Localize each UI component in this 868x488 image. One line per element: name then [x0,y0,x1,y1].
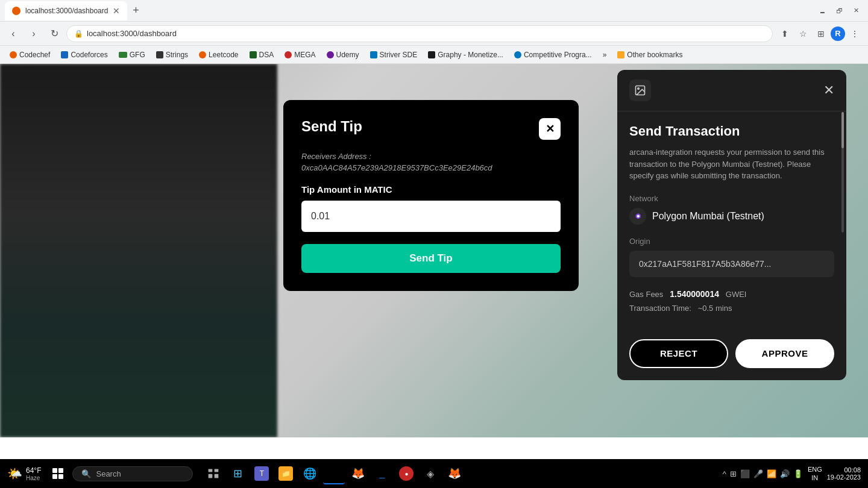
striver-icon [370,51,377,58]
transaction-time-row: Transaction Time: ~0.5 mins [629,304,834,313]
main-content-area: Send Tip ✕ Receivers Address : 0xca0AAC8… [0,64,868,437]
system-tray: ^ ⊞ ⬛ 🎤 📶 🔊 🔋 ENG IN 00:08 19-02-2023 [715,465,868,483]
menu-button[interactable]: ⋮ [846,25,863,42]
bookmark-strings[interactable]: Strings [151,49,193,60]
tray-mic-icon[interactable]: 🎤 [753,469,763,478]
bookmark-competitive[interactable]: Competitive Progra... [509,49,597,60]
speaker-icon[interactable]: 🔊 [780,469,790,478]
bookmark-graphy[interactable]: Graphy - Monetize... [423,49,508,60]
widgets-icon: ⊞ [230,466,245,481]
bookmark-label: Graphy - Monetize... [438,51,503,59]
vscode-button[interactable]: ⎯ [371,463,393,484]
origin-value: 0x217aA1F581F817A5b3A86e77... [629,251,834,277]
panel-body: Send Transaction arcana-integration requ… [617,111,846,339]
bookmark-leetcode[interactable]: Leetcode [194,49,243,60]
chrome-icon: ⊙ [327,466,341,480]
app-button-2[interactable]: ◈ [420,463,441,484]
bookmark-other[interactable]: Other bookmarks [612,49,687,60]
tab-close-button[interactable]: ✕ [113,6,120,16]
reload-button[interactable]: ↻ [46,25,63,42]
transaction-time-value: ~0.5 mins [698,304,732,313]
browser-action-buttons: ⬆ ☆ ⊞ R ⋮ [776,25,863,42]
network-row: Polygon Mumbai (Testnet) [629,208,834,225]
back-button[interactable]: ‹ [5,25,22,42]
bookmark-label: Udemy [336,51,359,59]
task-view-button[interactable] [203,463,224,484]
address-bar: ‹ › ↻ 🔒 localhost:3000/dashboard ⬆ ☆ ⊞ R… [0,22,868,46]
wifi-icon[interactable]: 📶 [767,469,776,478]
bookmark-striver[interactable]: Striver SDE [365,49,423,60]
leetcode-icon [199,51,206,58]
udemy-icon [327,51,334,58]
gas-fees-unit: GWEI [726,290,747,299]
gas-fees-row: Gas Fees 1.540000014 GWEI [629,289,834,299]
url-input[interactable]: 🔒 localhost:3000/dashboard [66,25,773,42]
start-button[interactable] [48,464,68,483]
fox-app-button[interactable]: 🦊 [444,463,465,484]
restore-button[interactable]: 🗗 [832,4,846,18]
bookmark-gfg[interactable]: GFG [114,49,150,60]
modal-close-button[interactable]: ✕ [539,118,561,140]
new-tab-button[interactable]: + [127,2,144,19]
firefox-button[interactable]: 🦊 [347,463,369,484]
edge-button[interactable]: 🌐 [299,463,321,484]
vscode-icon: ⎯ [375,466,389,481]
taskbar-search[interactable]: 🔍 Search [72,466,193,481]
teams-button[interactable]: T [251,463,272,484]
strings-icon [156,51,163,58]
svg-rect-6 [215,474,219,478]
receivers-address-label: Receivers Address : [301,152,561,161]
bookmark-more[interactable]: » [598,49,612,60]
temperature: 64°F [26,466,41,475]
network-name: Polygon Mumbai (Testnet) [652,211,764,222]
bookmark-codechef[interactable]: Codechef [5,49,55,60]
share-button[interactable]: ⬆ [776,25,793,42]
bookmark-codeforces[interactable]: Codeforces [56,49,112,60]
file-explorer-button[interactable]: 📁 [275,463,297,484]
svg-point-1 [638,88,640,90]
browser-title-bar: localhost:3000/dashboard ✕ + 🗕 🗗 ✕ [0,0,868,22]
approve-button[interactable]: APPROVE [735,339,834,368]
forward-button[interactable]: › [25,25,42,42]
tip-amount-input[interactable] [301,201,561,232]
bookmark-label: Codechef [19,51,50,59]
tray-network-icon[interactable]: ⊞ [730,469,737,478]
graphy-icon [428,51,435,58]
clock[interactable]: 00:08 19-02-2023 [827,466,861,481]
widgets-button[interactable]: ⊞ [227,463,248,484]
language-region: IN [808,474,822,482]
url-text: localhost:3000/dashboard [87,29,177,38]
app-icon-1: ● [399,466,414,481]
extensions-button[interactable]: ⊞ [813,25,829,42]
tip-amount-label: Tip Amount in MATIC [301,184,561,195]
bookmark-udemy[interactable]: Udemy [322,49,364,60]
close-window-button[interactable]: ✕ [849,4,863,18]
tray-chevron-icon[interactable]: ^ [723,469,726,478]
profile-button[interactable]: R [831,27,845,41]
reject-button[interactable]: REJECT [629,339,728,368]
panel-scrollbar[interactable] [841,112,844,233]
dsa-icon [250,51,257,58]
app-button-1[interactable]: ● [395,463,417,484]
panel-close-button[interactable]: ✕ [823,83,834,98]
chrome-button[interactable]: ⊙ [323,463,345,484]
minimize-button[interactable]: 🗕 [815,4,829,18]
battery-icon[interactable]: 🔋 [793,469,803,478]
bookmark-dsa[interactable]: DSA [245,49,279,60]
taskbar-apps: ⊞ T 📁 🌐 ⊙ 🦊 ⎯ ● ◈ [198,463,470,484]
gas-fees-value: 1.540000014 [670,289,719,299]
browser-tab[interactable]: localhost:3000/dashboard ✕ [5,1,127,20]
gas-fees-label: Gas Fees [629,290,663,299]
bookmark-label: Other bookmarks [627,51,682,59]
search-label: Search [96,469,121,478]
tray-app-icon[interactable]: ⬛ [740,469,750,478]
polygon-icon [629,208,646,225]
send-tip-button[interactable]: Send Tip [301,244,561,273]
bookmark-label: Leetcode [209,51,238,59]
bookmark-label: Competitive Progra... [524,51,592,59]
send-transaction-panel: ✕ Send Transaction arcana-integration re… [617,70,846,380]
language-indicator: ENG IN [808,465,822,483]
bookmark-button[interactable]: ☆ [794,25,811,42]
bookmark-mega[interactable]: MEGA [280,49,320,60]
task-view-icon [206,466,221,481]
